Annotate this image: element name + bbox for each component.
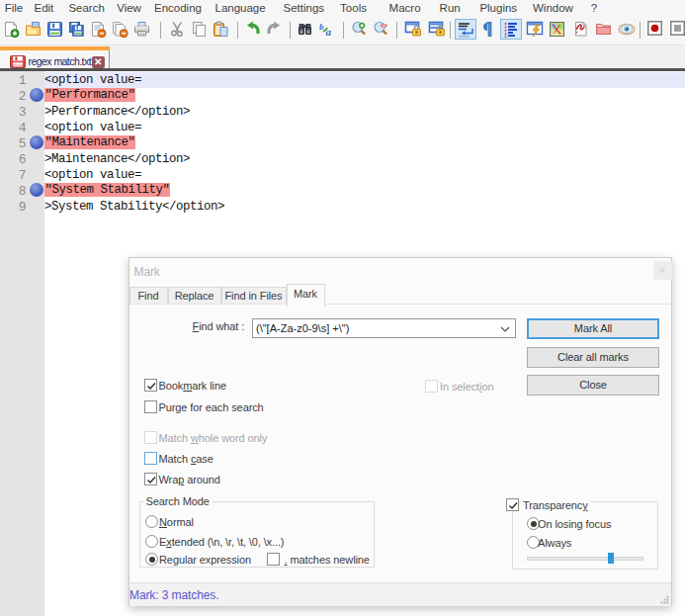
svg-text:b: b [319, 22, 324, 32]
svg-text:a: a [326, 26, 332, 38]
